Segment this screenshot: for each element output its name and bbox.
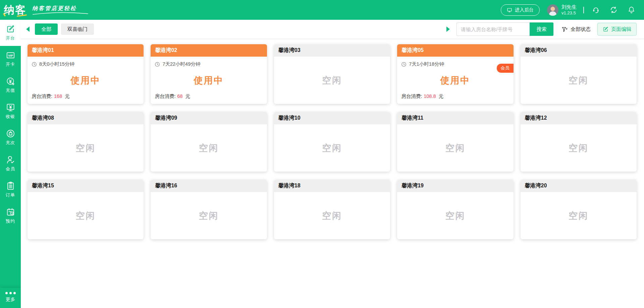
logo-characters: 纳客 [4,4,26,16]
tabs-scroll-right-arrow[interactable] [446,26,450,32]
room-card-header: 馨港湾09 [151,112,267,124]
enter-backend-button[interactable]: 进入后台 [501,4,540,16]
room-card-body: 空闲 [274,192,390,239]
room-card[interactable]: 馨港湾05 7天1小时18分钟 会员 使用中 房台消费:108.8 元 [397,44,513,104]
room-card[interactable]: 馨港湾08 空闲 [28,112,144,172]
room-name: 馨港湾02 [155,47,177,54]
sidebar-item-label: 收银 [6,114,15,120]
room-card[interactable]: 馨港湾11 空闲 [397,112,513,172]
room-name: 馨港湾11 [401,115,423,122]
tabs-scroll-left-arrow[interactable] [26,26,30,32]
search-button[interactable]: 搜索 [530,22,553,36]
search-input[interactable] [457,22,530,36]
room-status: 空闲 [322,210,342,222]
room-status: 空闲 [569,142,589,154]
room-card[interactable]: 馨港湾18 空闲 [274,180,390,239]
consume-unit: 元 [63,94,70,99]
room-card[interactable]: 馨港湾03 空闲 [274,44,390,104]
sidebar-item-more[interactable]: 更多 [0,288,21,308]
recharge-times-icon [6,129,15,138]
room-card-header: 馨港湾11 [397,112,513,124]
sidebar-item-booking[interactable]: 预约 [0,203,21,229]
vip-card-icon: VIP [6,51,15,60]
sync-icon[interactable] [610,6,618,14]
sidebar-item-member[interactable]: 会员 [0,150,21,177]
page-edit-button[interactable]: 页面编辑 [597,23,637,36]
area-tabs: 全部 双喜临门 [35,23,446,35]
room-name: 馨港湾20 [525,182,547,189]
room-card[interactable]: 馨港湾12 空闲 [521,112,637,172]
page-body: 开台 VIP 开卡 充值 收银 [0,20,644,308]
room-card-header: 馨港湾16 [151,180,267,192]
room-name: 馨港湾05 [401,47,424,54]
room-name: 馨港湾15 [32,182,54,189]
sidebar-item-vip-card[interactable]: VIP 开卡 [0,46,21,72]
sidebar-item-order[interactable]: 订单 [0,177,21,203]
room-card[interactable]: 馨港湾19 空闲 [397,180,513,239]
clock-icon [32,62,37,67]
room-card-body: 空闲 [521,192,637,239]
tab-all[interactable]: 全部 [35,23,58,35]
room-consume-row: 房台消费:68 元 [155,93,190,100]
consume-label: 房台消费: [155,94,175,99]
sidebar-item-recharge[interactable]: 充值 [0,72,21,98]
bell-icon[interactable] [628,6,635,14]
cashier-icon [6,103,15,112]
room-duration-row: 8天0小时15分钟 [32,61,74,67]
sidebar-item-label: 会员 [6,166,15,172]
tab-shuangxilinmen[interactable]: 双喜临门 [61,23,94,35]
recharge-icon [6,77,15,86]
room-duration: 7天1小时18分钟 [409,61,444,67]
room-status: 使用中 [70,74,101,86]
status-filter[interactable]: 全部状态 [561,26,591,33]
customer-service-icon[interactable] [592,6,600,14]
room-card-header: 馨港湾10 [274,112,390,124]
room-name: 馨港湾10 [278,115,301,122]
status-filter-label: 全部状态 [571,26,591,33]
sidebar: 开台 VIP 开卡 充值 收银 [0,20,21,308]
filter-funnel-icon [561,26,568,33]
user-name: 刘先生 [561,4,577,10]
room-card[interactable]: 馨港湾16 空闲 [151,180,267,239]
room-card-body: 空闲 [274,124,390,172]
edit-icon [603,26,608,32]
header-divider [583,7,584,13]
room-consume-row: 房台消费:108.8 元 [401,93,443,100]
room-card[interactable]: 馨港湾15 空闲 [28,180,144,239]
consume-amount: 168 [54,94,62,99]
room-duration: 7天22小时49分钟 [162,61,200,67]
booking-icon [6,207,15,217]
room-card-header: 馨港湾02 [151,44,267,57]
room-card-body: 空闲 [521,57,637,104]
sidebar-item-label: 订单 [6,192,15,198]
room-name: 馨港湾12 [525,115,547,122]
page-edit-label: 页面编辑 [611,26,631,33]
consume-amount: 68 [177,94,182,99]
monitor-icon [507,7,512,13]
sidebar-item-cashier[interactable]: 收银 [0,98,21,124]
room-consume-row: 房台消费:168 元 [32,93,70,100]
room-card[interactable]: 馨港湾09 空闲 [151,112,267,172]
room-card-header: 馨港湾20 [521,180,637,192]
room-card[interactable]: 馨港湾20 空闲 [521,180,637,239]
room-status: 空闲 [569,210,589,222]
room-card[interactable]: 馨港湾01 8天0小时15分钟 使用中 房台消费:168 元 [28,44,144,104]
sidebar-item-recharge-times[interactable]: 充次 [0,124,21,150]
room-card[interactable]: 馨港湾02 7天22小时49分钟 使用中 房台消费:68 元 [151,44,267,104]
room-card[interactable]: 馨港湾06 空闲 [521,44,637,104]
room-card-body: 7天1小时18分钟 会员 使用中 房台消费:108.8 元 [397,57,513,104]
room-card-body: 空闲 [28,192,144,239]
sidebar-item-open-table[interactable]: 开台 [0,20,21,46]
sidebar-item-label: 开台 [6,35,15,41]
consume-label: 房台消费: [32,94,52,99]
room-status: 空闲 [199,142,219,154]
room-name: 馨港湾19 [401,182,424,189]
avatar-body [549,11,556,16]
room-name: 馨港湾16 [155,182,177,189]
sidebar-item-label: 预约 [6,218,15,224]
room-status: 使用中 [194,74,224,86]
logo-tagline-wrap: 纳客管店更轻松 [32,5,89,15]
avatar[interactable] [547,4,558,16]
room-card[interactable]: 馨港湾10 空闲 [274,112,390,172]
room-name: 馨港湾06 [525,47,547,54]
